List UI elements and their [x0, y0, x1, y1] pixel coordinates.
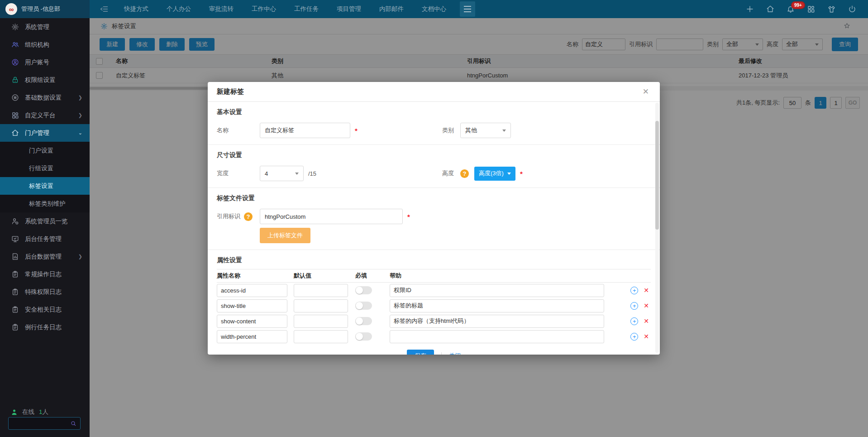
nav-item-approval[interactable]: 审批流转: [200, 0, 243, 18]
sidebar-subitem-portal-settings[interactable]: 门户设置: [0, 142, 90, 159]
modal-scrollbar-thumb[interactable]: [655, 121, 659, 230]
ref-help-icon[interactable]: [244, 212, 253, 221]
sidebar-item-customplatform[interactable]: 自定义平台 ❯: [0, 106, 90, 124]
search-icon[interactable]: [70, 420, 76, 427]
sidebar-subitem-rowgroup-settings[interactable]: 行组设置: [0, 159, 90, 177]
attr-name-input[interactable]: [217, 315, 287, 328]
monitor-check-icon: [11, 235, 19, 243]
sidebar-item-label: 用户账号: [25, 58, 49, 67]
log-clipboard-icon: [11, 306, 19, 313]
online-status: 在线 1人: [11, 408, 48, 416]
category-select[interactable]: 其他: [460, 123, 511, 138]
data-chart-icon: [11, 253, 19, 260]
attr-default-input[interactable]: [294, 299, 348, 312]
nav-item-tasks[interactable]: 工作任务: [285, 0, 328, 18]
list-circle-icon: [11, 94, 19, 101]
brand-logo-icon: [5, 3, 17, 15]
sidebar: 系统管理 组织机构 用户账号 权限组设置 基础数据设置 ❯ 自定义平台 ❯ 门户…: [0, 18, 90, 437]
section-size: 尺寸设置 宽度 4 /15 高度 高度(3倍) *: [208, 145, 660, 188]
sidebar-subitem-label: 行组设置: [29, 164, 53, 173]
attr-help-input[interactable]: [390, 330, 604, 343]
section-heading: 标签文件设置: [217, 192, 651, 204]
attr-name-input[interactable]: [217, 299, 287, 312]
required-asterisk: *: [520, 170, 523, 178]
close-icon[interactable]: [643, 87, 649, 96]
add-attr-icon[interactable]: [630, 333, 638, 341]
sidebar-item-permissions[interactable]: 权限组设置: [0, 71, 90, 89]
sidebar-item-org[interactable]: 组织机构: [0, 36, 90, 53]
nav-item-workcenter[interactable]: 工作中心: [243, 0, 285, 18]
attr-required-toggle[interactable]: [355, 302, 372, 310]
add-attr-icon[interactable]: [630, 317, 638, 325]
sidebar-subitem-label-category[interactable]: 标签类别维护: [0, 195, 90, 212]
sidebar-subitem-label-settings[interactable]: 标签设置: [0, 177, 90, 195]
attr-col-default: 默认值: [294, 272, 355, 280]
nav-item-mail[interactable]: 内部邮件: [370, 0, 413, 18]
sidebar-item-label: 基础数据设置: [25, 94, 62, 102]
nav-item-documents[interactable]: 文档中心: [413, 0, 455, 18]
add-attr-icon[interactable]: [630, 287, 638, 294]
sidebar-item-label: 安全相关日志: [25, 306, 62, 314]
attr-required-toggle[interactable]: [355, 317, 372, 325]
sidebar-item-label: 自定义平台: [25, 111, 56, 120]
add-button[interactable]: [746, 5, 754, 13]
attr-help-input[interactable]: [390, 299, 604, 312]
theme-button[interactable]: [827, 5, 836, 14]
attr-name-input[interactable]: [217, 284, 287, 297]
attr-help-input[interactable]: [390, 284, 604, 297]
brand[interactable]: 管理员 -信息部: [0, 0, 90, 18]
nav-item-projects[interactable]: 项目管理: [328, 0, 370, 18]
attr-default-input[interactable]: [294, 330, 348, 343]
sidebar-subitem-label: 标签类别维护: [29, 200, 66, 208]
attr-default-input[interactable]: [294, 284, 348, 297]
attr-name-input[interactable]: [217, 330, 287, 343]
remove-attr-icon[interactable]: [644, 317, 649, 325]
height-select-button[interactable]: 高度(3倍): [474, 167, 515, 181]
width-select[interactable]: 4: [260, 166, 304, 181]
ref-field[interactable]: [260, 209, 403, 224]
nav-item-personal[interactable]: 个人办公: [157, 0, 200, 18]
name-field[interactable]: [260, 123, 350, 138]
sidebar-item-log-routine[interactable]: 例行任务日志: [0, 318, 90, 336]
sidebar-item-log-regular[interactable]: 常规操作日志: [0, 265, 90, 283]
attr-row: [217, 298, 651, 313]
attr-help-input[interactable]: [390, 315, 604, 328]
chevron-right-icon: ❯: [78, 254, 82, 259]
caret-down-icon: [295, 173, 299, 175]
topbar: 管理员 -信息部 快捷方式 个人办公 审批流转 工作中心 工作任务 项目管理 内…: [0, 0, 868, 18]
attr-required-toggle[interactable]: [355, 286, 372, 294]
add-attr-icon[interactable]: [630, 302, 638, 310]
save-button[interactable]: 保存: [407, 350, 434, 355]
sidebar-item-admin-list[interactable]: 系统管理员一览: [0, 212, 90, 230]
apps-button[interactable]: [807, 5, 815, 13]
remove-attr-icon[interactable]: [644, 302, 649, 309]
attr-default-input[interactable]: [294, 315, 348, 328]
sidebar-item-bg-tasks[interactable]: 后台任务管理: [0, 230, 90, 248]
sidebar-item-bg-data[interactable]: 后台数据管理 ❯: [0, 248, 90, 265]
modal-footer: 保存 关闭: [217, 344, 651, 355]
nav-item-shortcuts[interactable]: 快捷方式: [115, 0, 157, 18]
logout-button[interactable]: [848, 5, 856, 13]
remove-attr-icon[interactable]: [644, 287, 649, 294]
sidebar-item-system[interactable]: 系统管理: [0, 18, 90, 36]
sidebar-item-basedata[interactable]: 基础数据设置 ❯: [0, 89, 90, 106]
height-help-icon[interactable]: [460, 169, 469, 178]
home-button[interactable]: [766, 5, 774, 13]
toggle-knob: [356, 287, 363, 294]
sidebar-item-accounts[interactable]: 用户账号: [0, 53, 90, 71]
more-menu-button[interactable]: [460, 1, 475, 17]
menu-fold-icon[interactable]: [100, 5, 109, 14]
upload-label-file-button[interactable]: 上传标签文件: [260, 228, 310, 243]
notifications-button[interactable]: 99+: [787, 5, 795, 13]
sidebar-item-portal[interactable]: 门户管理 ⌄: [0, 124, 90, 142]
sidebar-item-log-special[interactable]: 特殊权限日志: [0, 283, 90, 301]
remove-attr-icon[interactable]: [644, 333, 649, 340]
sidebar-search-input[interactable]: [9, 420, 70, 427]
sidebar-item-log-security[interactable]: 安全相关日志: [0, 301, 90, 318]
lock-icon: [11, 76, 19, 84]
close-link[interactable]: 关闭: [449, 352, 461, 355]
modal-scrollbar[interactable]: [655, 103, 659, 353]
attr-required-toggle[interactable]: [355, 332, 372, 341]
sidebar-item-label: 后台任务管理: [25, 235, 62, 243]
sidebar-item-label: 后台数据管理: [25, 253, 62, 261]
